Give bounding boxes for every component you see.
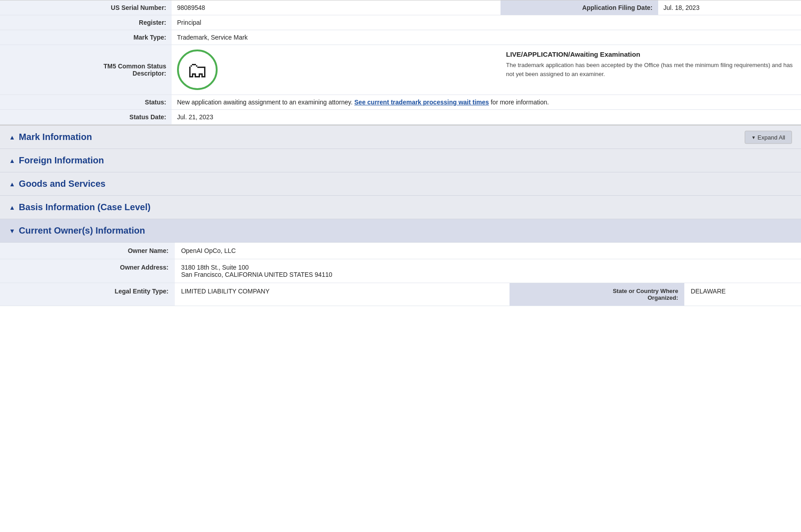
- section-basis-information[interactable]: ▲ Basis Information (Case Level): [0, 196, 801, 219]
- goods-services-title[interactable]: Goods and Services: [19, 179, 105, 189]
- owner-address-line1: 3180 18th St., Suite 100: [181, 264, 795, 271]
- basis-info-chevron: ▲: [9, 204, 15, 211]
- status-row: Status: New application awaiting assignm…: [0, 95, 801, 110]
- goods-services-chevron: ▲: [9, 180, 15, 188]
- entity-value: LIMITED LIABILITY COMPANY: [175, 283, 510, 306]
- status-text-after: for more information.: [491, 99, 549, 106]
- mark-type-row-main: Mark Type: Trademark, Service Mark: [0, 30, 801, 45]
- expand-all-chevron-icon: ▼: [751, 135, 756, 140]
- owner-address-row: Owner Address: 3180 18th St., Suite 100 …: [0, 259, 801, 283]
- current-owners-chevron: ▼: [9, 227, 15, 234]
- register-value-main: Principal: [172, 15, 801, 30]
- main-info-table: US Serial Number: 98089548 Application F…: [0, 0, 801, 125]
- owner-name-value: OpenAI OpCo, LLC: [175, 243, 801, 259]
- section-mark-information[interactable]: ▲ Mark Information ▼ Expand All: [0, 126, 801, 149]
- mark-info-title[interactable]: Mark Information: [19, 132, 92, 142]
- serial-filing-combined-row: US Serial Number: 98089548 Application F…: [0, 0, 801, 15]
- mark-type-label-main: Mark Type:: [0, 30, 172, 45]
- basis-info-title[interactable]: Basis Information (Case Level): [19, 202, 150, 212]
- status-cell: New application awaiting assignment to a…: [172, 95, 801, 110]
- folder-icon: 🗂: [187, 58, 208, 82]
- section-headers: ▲ Mark Information ▼ Expand All ▲ Foreig…: [0, 125, 801, 243]
- expand-all-button[interactable]: ▼ Expand All: [745, 131, 792, 144]
- tm5-status: LIVE/APPLICATION/Awaiting Examination: [506, 50, 796, 58]
- status-label: Status:: [0, 95, 172, 110]
- serial-label-main: US Serial Number:: [0, 0, 172, 15]
- owner-address-line2: San Francisco, CALIFORNIA UNITED STATES …: [181, 271, 795, 278]
- status-date-row: Status Date: Jul. 21, 2023: [0, 110, 801, 125]
- owner-name-row: Owner Name: OpenAI OpCo, LLC: [0, 243, 801, 259]
- section-foreign-information[interactable]: ▲ Foreign Information: [0, 149, 801, 172]
- tm5-desc: The trademark application has been accep…: [506, 61, 796, 78]
- tm5-label: TM5 Common Status Descriptor:: [0, 45, 172, 95]
- state-label: State or Country Where Organized:: [510, 283, 684, 306]
- status-link[interactable]: See current trademark processing wait ti…: [355, 99, 489, 106]
- filing-date-label: Application Filing Date:: [501, 0, 658, 15]
- register-label-main: Register:: [0, 15, 172, 30]
- status-text-before: New application awaiting assignment to a…: [177, 99, 353, 106]
- owner-address-label: Owner Address:: [0, 259, 175, 283]
- status-date-value: Jul. 21, 2023: [172, 110, 801, 125]
- section-current-owners[interactable]: ▼ Current Owner(s) Information: [0, 219, 801, 243]
- page-wrapper: Generated on: This page was generated by…: [0, 0, 801, 306]
- status-date-label: Status Date:: [0, 110, 172, 125]
- mark-type-value-main: Trademark, Service Mark: [172, 30, 801, 45]
- entity-state-row: Legal Entity Type: LIMITED LIABILITY COM…: [0, 283, 801, 306]
- foreign-info-title[interactable]: Foreign Information: [19, 155, 104, 166]
- owner-name-label: Owner Name:: [0, 243, 175, 259]
- owner-table: Owner Name: OpenAI OpCo, LLC Owner Addre…: [0, 243, 801, 306]
- expand-all-label: Expand All: [758, 134, 785, 140]
- current-owners-title[interactable]: Current Owner(s) Information: [19, 225, 145, 236]
- serial-value-main: 98089548: [172, 0, 501, 15]
- tm5-text-area: LIVE/APPLICATION/Awaiting Examination Th…: [501, 45, 801, 95]
- owner-address-value: 3180 18th St., Suite 100 San Francisco, …: [175, 259, 801, 283]
- mark-info-chevron: ▲: [9, 134, 15, 141]
- register-row-main: Register: Principal: [0, 15, 801, 30]
- state-value: DELAWARE: [684, 283, 801, 306]
- tm5-folder-icon-wrapper: 🗂: [177, 50, 218, 90]
- filing-date-value: Jul. 18, 2023: [658, 0, 801, 15]
- section-goods-services[interactable]: ▲ Goods and Services: [0, 172, 801, 196]
- entity-label: Legal Entity Type:: [0, 283, 175, 306]
- tm5-row: TM5 Common Status Descriptor: 🗂 LIVE/APP…: [0, 45, 801, 95]
- foreign-info-chevron: ▲: [9, 157, 15, 164]
